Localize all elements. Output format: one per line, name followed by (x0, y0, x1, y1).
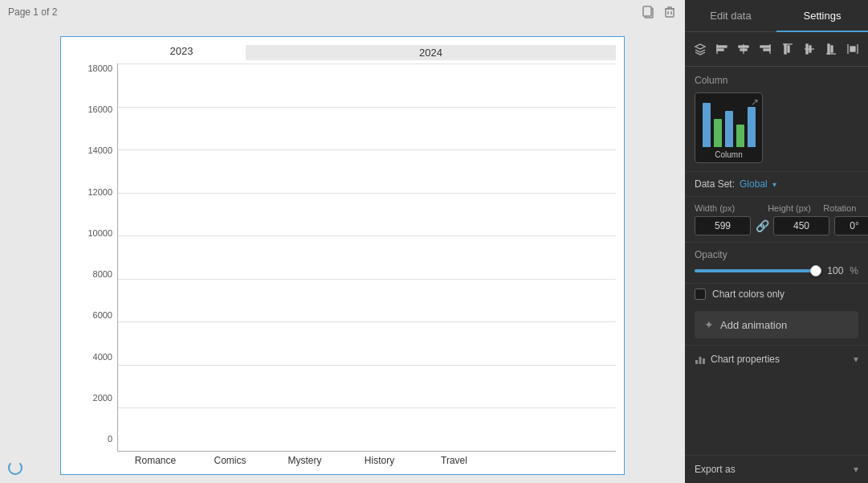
bar-value-mystery: 10500 (292, 435, 319, 446)
bar-value-history: 8278 (369, 435, 391, 446)
dataset-dropdown-arrow[interactable]: ▾ (772, 180, 776, 189)
width-input[interactable] (695, 216, 751, 235)
thumb-bar-2 (714, 119, 722, 147)
chart-properties-label: Chart properties (711, 354, 780, 365)
align-middle-icon[interactable] (799, 39, 819, 59)
height-input[interactable] (773, 216, 829, 235)
link-icon: 🔗 (756, 219, 768, 232)
opacity-label: Opacity (695, 249, 858, 260)
align-top-icon[interactable] (777, 39, 797, 59)
svg-rect-12 (760, 46, 770, 47)
year-headers: 2023 2024 (117, 45, 616, 60)
opacity-value: 100 (827, 265, 843, 276)
chart-thumbnail[interactable]: ↗ Column (695, 92, 763, 163)
svg-rect-16 (788, 46, 789, 52)
distribute-icon[interactable] (843, 39, 863, 59)
chart-colors-checkbox[interactable] (695, 289, 706, 300)
y-label-6000: 6000 (93, 310, 112, 320)
svg-rect-13 (764, 49, 770, 51)
y-label-14000: 14000 (88, 145, 112, 155)
height-label: Height (px) (768, 203, 817, 213)
svg-rect-27 (695, 360, 698, 364)
chart-plot: 17700 11789 10500 (117, 63, 616, 466)
tab-settings[interactable]: Settings (776, 0, 868, 31)
y-axis: 18000 16000 14000 12000 10000 8000 6000 … (69, 63, 117, 466)
opacity-slider[interactable] (695, 269, 821, 272)
svg-rect-15 (784, 44, 786, 54)
copy-icon[interactable] (642, 5, 656, 19)
dataset-dropdown[interactable]: Global (740, 178, 768, 190)
svg-rect-29 (703, 358, 705, 364)
size-inputs: 🔗 (695, 216, 858, 235)
bar-chart-icon (695, 354, 706, 365)
tab-edit-data[interactable]: Edit data (685, 0, 776, 31)
export-label: Export as (695, 464, 736, 475)
export-row[interactable]: Export as ▾ (685, 455, 868, 483)
align-center-icon[interactable] (734, 39, 754, 59)
align-right-icon[interactable] (756, 39, 776, 59)
chart-properties-row[interactable]: Chart properties ▾ (685, 345, 868, 373)
right-panel: Edit data Settings (685, 0, 868, 483)
x-label-comics: Comics (200, 455, 260, 466)
svg-rect-26 (850, 47, 855, 51)
animation-icon: ✦ (704, 318, 714, 331)
align-left-icon[interactable] (711, 39, 731, 59)
svg-rect-7 (717, 49, 723, 51)
chart-body: 18000 16000 14000 12000 10000 8000 6000 … (69, 63, 616, 466)
dataset-label: Data Set: (695, 178, 735, 190)
thumb-label: Column (715, 150, 742, 159)
loading-spinner (8, 460, 22, 475)
y-label-12000: 12000 (88, 187, 112, 197)
layers-icon[interactable] (690, 39, 710, 59)
svg-rect-21 (828, 44, 829, 54)
thumb-bars (703, 103, 756, 147)
y-label-18000: 18000 (88, 63, 112, 73)
width-label: Width (px) (695, 203, 744, 213)
x-label-history: History (349, 455, 410, 466)
bar-value-travel: 4367 (444, 435, 466, 446)
chart-inner: 2023 2024 18000 16000 14000 12000 10000 … (69, 45, 616, 466)
percent-sign: % (850, 265, 858, 276)
x-label-mystery: Mystery (275, 455, 335, 466)
thumb-bar-1 (703, 103, 711, 147)
export-chevron-icon: ▾ (854, 464, 858, 475)
size-labels: Width (px) Height (px) Rotation (695, 203, 858, 213)
svg-rect-2 (666, 9, 674, 17)
align-bottom-icon[interactable] (821, 39, 842, 59)
y-label-4000: 4000 (93, 352, 112, 362)
y-label-0: 0 (108, 434, 112, 444)
slider-thumb[interactable] (810, 265, 821, 276)
bar-value-romance: 17700 (143, 435, 169, 446)
size-section: Width (px) Height (px) Rotation 🔗 (685, 196, 868, 242)
chevron-down-icon: ▾ (854, 354, 858, 365)
canvas-area: Page 1 of 2 2023 2024 18000 1600 (0, 0, 685, 483)
slider-fill (695, 269, 821, 272)
svg-rect-1 (643, 6, 651, 16)
bars-area: 17700 11789 10500 (117, 63, 616, 452)
opacity-row: 100 % (695, 265, 858, 276)
rotation-input[interactable] (834, 216, 868, 235)
thumb-bar-5 (748, 107, 756, 147)
x-labels: Romance Comics Mystery History Travel (117, 452, 616, 466)
year-2023-header: 2023 (117, 45, 246, 60)
rotation-label: Rotation (823, 203, 858, 213)
y-label-2000: 2000 (93, 393, 112, 403)
export-thumb-icon[interactable]: ↗ (751, 96, 759, 108)
column-section: Column ↗ Column (685, 67, 868, 171)
chart-colors-row: Chart colors only (685, 283, 868, 305)
svg-rect-22 (831, 46, 833, 52)
svg-rect-6 (717, 46, 727, 47)
y-label-16000: 16000 (88, 104, 112, 114)
chart-properties-left: Chart properties (695, 354, 780, 365)
svg-rect-28 (699, 357, 702, 364)
x-label-travel: Travel (424, 455, 484, 466)
bar-value-comics: 11789 (218, 435, 244, 446)
page-label: Page 1 of 2 (8, 6, 57, 18)
chart-container: 2023 2024 18000 16000 14000 12000 10000 … (60, 36, 625, 475)
thumb-bar-3 (725, 111, 733, 147)
tab-bar: Edit data Settings (685, 0, 868, 32)
chart-thumb-row: ↗ Column (695, 92, 858, 163)
delete-icon[interactable] (662, 5, 677, 19)
svg-marker-5 (695, 44, 705, 49)
add-animation-button[interactable]: ✦ Add animation (695, 311, 858, 338)
